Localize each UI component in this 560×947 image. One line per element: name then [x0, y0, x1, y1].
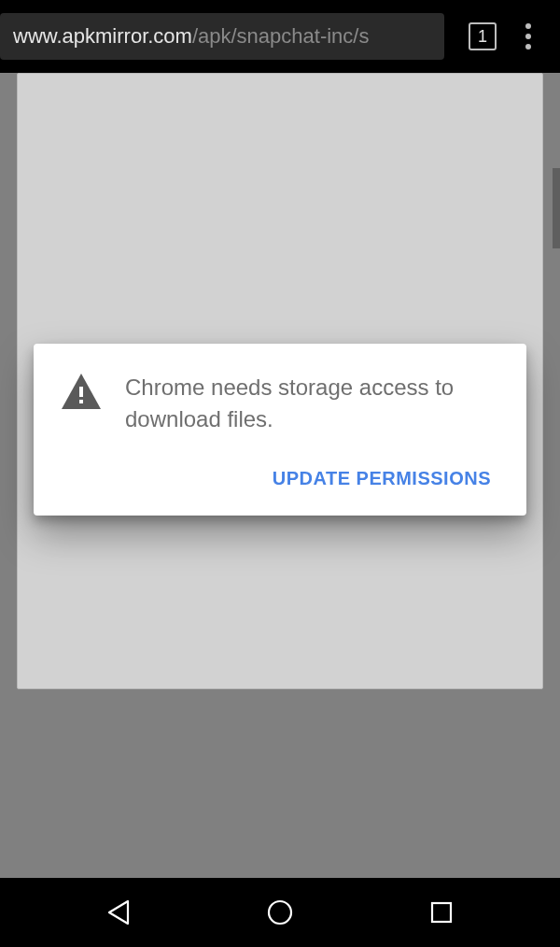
kebab-dot-icon — [525, 34, 531, 39]
kebab-dot-icon — [525, 44, 531, 49]
svg-rect-5 — [432, 903, 451, 922]
dialog-message: Chrome needs storage access to download … — [125, 372, 498, 434]
svg-marker-3 — [109, 901, 128, 924]
svg-rect-1 — [79, 387, 83, 397]
overflow-menu-button[interactable] — [510, 14, 547, 59]
permission-dialog: Chrome needs storage access to download … — [34, 344, 526, 516]
dialog-actions: UPDATE PERMISSIONS — [62, 459, 498, 499]
svg-rect-2 — [79, 400, 83, 403]
url-bar[interactable]: www.apkmirror.com/apk/snapchat-inc/s — [0, 13, 444, 60]
svg-point-4 — [269, 901, 291, 924]
home-circle-icon — [266, 898, 294, 926]
browser-toolbar: www.apkmirror.com/apk/snapchat-inc/s 1 — [0, 0, 560, 73]
recents-square-icon — [429, 900, 454, 925]
tab-switcher-button[interactable]: 1 — [469, 22, 497, 50]
url-path: /apk/snapchat-inc/s — [192, 24, 370, 49]
nav-home-button[interactable] — [252, 890, 308, 935]
android-nav-bar — [0, 878, 560, 947]
dialog-body: Chrome needs storage access to download … — [62, 372, 498, 434]
kebab-dot-icon — [525, 23, 531, 29]
nav-recents-button[interactable] — [413, 890, 469, 935]
back-triangle-icon — [105, 899, 132, 926]
tab-count: 1 — [478, 27, 487, 47]
warning-icon — [62, 374, 101, 409]
url-domain: www.apkmirror.com — [13, 24, 192, 49]
nav-back-button[interactable] — [91, 890, 147, 935]
update-permissions-button[interactable]: UPDATE PERMISSIONS — [265, 459, 498, 499]
